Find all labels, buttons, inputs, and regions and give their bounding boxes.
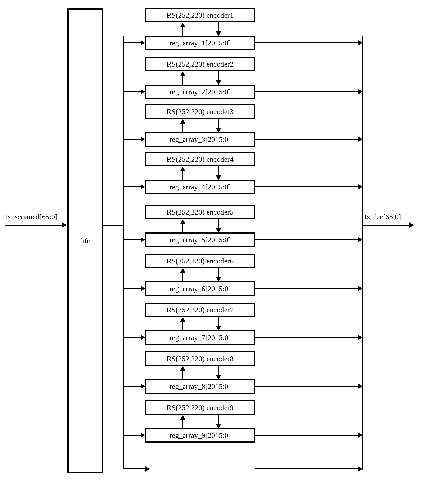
- enc7-down-line: [218, 317, 219, 326]
- enc8-down-head: [216, 375, 221, 380]
- encoder-1: RS(252,220) encoder1: [145, 8, 255, 22]
- enc7-up-line: [182, 321, 183, 330]
- reg-3-label: reg_array_3[2015:0]: [170, 135, 231, 144]
- enc6-down-head: [216, 277, 221, 282]
- enc3-up-line: [182, 123, 183, 132]
- output-bus-bottom-head: [358, 466, 363, 472]
- enc4-up-head: [180, 166, 185, 171]
- reg9-out: [255, 435, 358, 436]
- bus-to-reg4-head: [141, 184, 145, 189]
- enc4-down-line: [218, 166, 219, 176]
- reg-2-label: reg_array_2[2015:0]: [170, 88, 231, 96]
- encoder-4-label: RS(252,220) encoder4: [167, 155, 234, 164]
- reg-4: reg_array_4[2015:0]: [145, 180, 255, 194]
- bus-to-reg7: [123, 337, 141, 338]
- enc5-up-head: [180, 219, 185, 224]
- input-arrow-head: [62, 222, 67, 228]
- encoder-7: RS(252,220) encoder7: [145, 303, 255, 317]
- bus-to-reg2-head: [141, 89, 145, 94]
- enc5-down-head: [216, 228, 221, 233]
- enc4-up-line: [182, 170, 183, 180]
- vertical-output-bus: [362, 36, 363, 470]
- input-bus-bottom-head: [145, 466, 150, 472]
- enc7-up-head: [180, 317, 185, 322]
- enc8-up-line: [182, 370, 183, 379]
- fifo-label: fifo: [80, 237, 90, 245]
- enc2-down-line: [218, 71, 219, 81]
- bus-to-reg3: [123, 139, 141, 140]
- reg-3: reg_array_3[2015:0]: [145, 132, 255, 147]
- reg-1: reg_array_1[2015:0]: [145, 36, 255, 50]
- fifo-out-line: [103, 225, 123, 226]
- encoder-3: RS(252,220) encoder3: [145, 104, 255, 119]
- enc1-down-head: [216, 31, 221, 36]
- enc9-down-head: [216, 424, 221, 429]
- reg4-out-head: [358, 184, 363, 189]
- reg-5: reg_array_5[2015:0]: [145, 232, 255, 247]
- reg-6: reg_array_6[2015:0]: [145, 281, 255, 296]
- encoder-6-label: RS(252,220) encoder6: [167, 257, 234, 265]
- enc8-down-line: [218, 366, 219, 375]
- reg6-out: [255, 288, 358, 289]
- reg9-out-head: [358, 433, 363, 438]
- enc1-up-line: [182, 26, 183, 36]
- reg3-out: [255, 139, 358, 140]
- reg-9: reg_array_9[2015:0]: [145, 428, 255, 443]
- reg5-out: [255, 239, 358, 240]
- encoder-8: RS(252,220) encoder8: [145, 351, 255, 366]
- bus-to-reg3-head: [141, 137, 145, 142]
- output-arrow-head: [409, 222, 414, 228]
- enc9-down-line: [218, 415, 219, 424]
- vertical-bus: [123, 36, 124, 469]
- reg7-out: [255, 337, 358, 338]
- enc4-down-head: [216, 175, 221, 180]
- bus-to-reg5-head: [141, 237, 145, 242]
- reg1-out: [255, 42, 358, 43]
- reg-6-label: reg_array_6[2015:0]: [170, 285, 231, 293]
- reg8-out-head: [358, 384, 363, 389]
- bus-to-reg5: [123, 239, 141, 240]
- input-label: tx_scramed[65:0]: [5, 213, 58, 221]
- enc9-up-line: [182, 419, 183, 428]
- reg-7: reg_array_7[2015:0]: [145, 330, 255, 345]
- encoder-9: RS(252,220) encoder9: [145, 400, 255, 415]
- enc6-up-head: [180, 268, 185, 273]
- bus-to-reg8: [123, 386, 141, 387]
- bus-to-reg1: [123, 42, 141, 43]
- reg-5-label: reg_array_5[2015:0]: [170, 236, 231, 244]
- enc2-up-line: [182, 75, 183, 85]
- enc8-up-head: [180, 366, 185, 371]
- encoder-3-label: RS(252,220) encoder3: [167, 108, 234, 116]
- reg8-out: [255, 386, 358, 387]
- enc1-up-head: [180, 22, 185, 27]
- encoder-4: RS(252,220) encoder4: [145, 152, 255, 166]
- enc2-up-head: [180, 71, 185, 76]
- enc9-up-head: [180, 415, 185, 420]
- enc5-down-line: [218, 219, 219, 229]
- encoder-7-label: RS(252,220) encoder7: [167, 306, 234, 314]
- enc2-down-head: [216, 80, 221, 85]
- reg-8-label: reg_array_8[2015:0]: [170, 382, 231, 391]
- reg1-out-head: [358, 40, 363, 45]
- fifo-block: fifo: [67, 8, 103, 473]
- reg-1-label: reg_array_1[2015:0]: [170, 39, 231, 47]
- bus-to-reg7-head: [141, 335, 145, 340]
- encoder-6: RS(252,220) encoder6: [145, 254, 255, 268]
- encoder-2-label: RS(252,220) encoder2: [167, 60, 234, 68]
- reg3-out-head: [358, 137, 363, 142]
- reg6-out-head: [358, 286, 363, 291]
- enc3-down-line: [218, 119, 219, 128]
- reg-4-label: reg_array_4[2015:0]: [170, 183, 231, 191]
- encoder-9-label: RS(252,220) encoder9: [167, 403, 234, 412]
- enc1-down-line: [218, 22, 219, 32]
- output-arrow-line: [362, 225, 409, 226]
- enc5-up-line: [182, 223, 183, 232]
- encoder-1-label: RS(252,220) encoder1: [167, 11, 234, 20]
- reg2-out-head: [358, 89, 363, 94]
- reg7-out-head: [358, 335, 363, 340]
- enc3-up-head: [180, 119, 185, 124]
- block-diagram: tx_scramed[65:0] fifo tx_fec[65:0] RS(25…: [5, 5, 448, 479]
- bus-to-reg1-head: [141, 40, 145, 45]
- encoder-2: RS(252,220) encoder2: [145, 57, 255, 71]
- reg-8: reg_array_8[2015:0]: [145, 379, 255, 394]
